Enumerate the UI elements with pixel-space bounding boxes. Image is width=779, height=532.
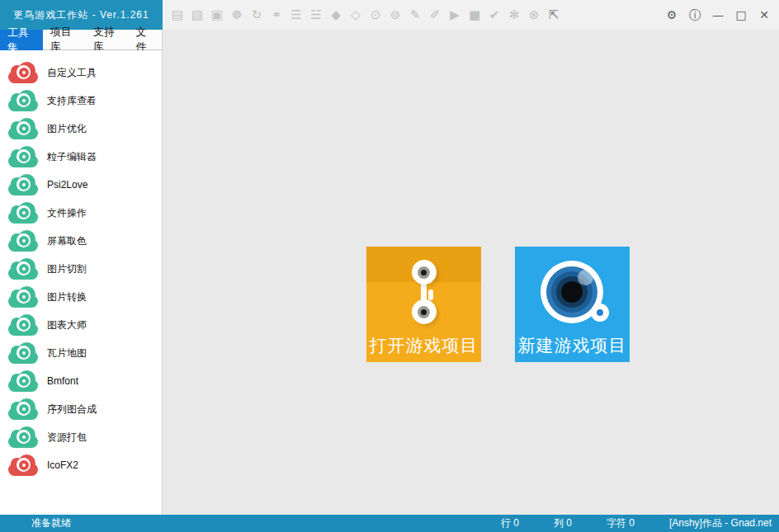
sidebar-item-bmfont[interactable]: Bmfont (0, 367, 162, 395)
sidebar-item-label: 图片优化 (47, 122, 87, 136)
cloud-tool-icon (7, 144, 39, 169)
run-icon[interactable]: ▶ (445, 0, 465, 30)
tab-project-library[interactable]: 项目库 (43, 30, 86, 49)
save-as-icon[interactable]: ▧ (187, 0, 207, 30)
sidebar-item-label: Psi2Love (47, 179, 87, 191)
status-column: 列 0 (554, 516, 572, 530)
cloud-tool-icon (7, 285, 39, 309)
sidebar-item-resource-pack[interactable]: 资源打包 (0, 423, 162, 451)
toolbar-icons: ▤ ▧ ▣ ☸ ↻ ⚭ ☰ ☱ ◆ ◇ ⊙ ⊚ ✎ ✐ ▶ ■ ✔ ✻ ⊗ ⇱ (168, 0, 564, 30)
cloud-tool-icon (7, 341, 39, 365)
tags-icon[interactable]: ◇ (346, 0, 366, 30)
sidebar-item-image-slice[interactable]: 图片切割 (0, 255, 162, 283)
clean-icon[interactable]: ✻ (504, 0, 524, 30)
cloud-tool-icon (7, 397, 39, 421)
power-icon[interactable]: ⊙ (366, 0, 385, 30)
sidebar-item-screen-color[interactable]: 屏幕取色 (0, 227, 162, 255)
open-project-label: 打开游戏项目 (366, 334, 481, 357)
sidebar-item-image-convert[interactable]: 图片转换 (0, 283, 162, 311)
bars-descending-icon[interactable]: ☱ (306, 0, 326, 30)
sidebar-item-file-ops[interactable]: 文件操作 (0, 199, 162, 227)
sidebar-item-label: 图片转换 (47, 290, 87, 304)
sidebar-item-label: 图表大师 (47, 318, 87, 332)
lens-satellite-dot (591, 304, 609, 322)
sidebar-item-label: 文件操作 (47, 206, 87, 220)
cloud-tool-icon (7, 88, 39, 113)
bars-ascending-icon[interactable]: ☰ (286, 0, 306, 30)
cloud-tool-icon (7, 313, 39, 337)
status-ready-text: 准备就绪 (31, 516, 71, 530)
tag-icon[interactable]: ◆ (326, 0, 346, 30)
sidebar-item-label: Bmfont (47, 375, 78, 387)
cloud-tool-icon (7, 228, 39, 253)
sidebar-item-label: 支持库查看 (47, 94, 97, 108)
minimize-button[interactable]: — (709, 0, 727, 30)
cloud-tool-icon (7, 60, 39, 85)
info-icon[interactable]: ⓘ (686, 0, 704, 30)
sidebar-item-icofx2[interactable]: IcoFX2 (0, 451, 162, 479)
new-project-label: 新建游戏项目 (515, 334, 630, 357)
cloud-tool-icon (7, 425, 39, 450)
open-project-tile[interactable]: 打开游戏项目 (366, 247, 481, 362)
sidebar-item-label: 序列图合成 (47, 403, 97, 417)
pen-icon[interactable]: ✐ (425, 0, 445, 30)
sidebar-item-custom-tools[interactable]: 自定义工具 (0, 59, 162, 87)
helm-icon[interactable]: ☸ (227, 0, 247, 30)
window-controls: ⚙ ⓘ — □ ✕ (658, 0, 773, 30)
pencil-icon[interactable]: ✎ (405, 0, 425, 30)
settings-gear-icon[interactable]: ⚙ (663, 0, 681, 30)
cloud-tool-icon (7, 116, 39, 141)
status-bar: 准备就绪 行 0 列 0 字符 0 [Anshy]作品 - Gnad.net (0, 515, 779, 532)
sidebar-item-label: 粒子编辑器 (47, 150, 97, 164)
save-icon[interactable]: ▤ (168, 0, 187, 30)
main-workspace: 打开游戏项目 新建游戏项目 (163, 30, 779, 515)
sidebar-item-chart-master[interactable]: 图表大师 (0, 311, 162, 339)
toolbar: ▤ ▧ ▣ ☸ ↻ ⚭ ☰ ☱ ◆ ◇ ⊙ ⊚ ✎ ✐ ▶ ■ ✔ ✻ ⊗ ⇱ … (163, 0, 779, 30)
sidebar-item-sequence-compose[interactable]: 序列图合成 (0, 395, 162, 423)
new-project-tile[interactable]: 新建游戏项目 (515, 247, 630, 362)
cloud-tool-icon (7, 172, 39, 197)
tab-support-library[interactable]: 支持库 (86, 30, 129, 49)
export-icon[interactable]: ⇱ (544, 0, 564, 30)
sidebar-item-label: 自定义工具 (47, 66, 97, 80)
status-chars: 字符 0 (607, 516, 635, 530)
cloud-tool-icon (7, 200, 39, 225)
cloud-tool-icon (7, 369, 39, 393)
close-button[interactable]: ✕ (755, 0, 773, 30)
project-image-icon[interactable]: ▣ (207, 0, 227, 30)
sidebar-item-label: 资源打包 (47, 431, 87, 445)
sidebar-tabs: 工具集 项目库 支持库 文件 (0, 30, 163, 50)
refresh-icon[interactable]: ↻ (247, 0, 267, 30)
maximize-button[interactable]: □ (732, 0, 750, 30)
sidebar-item-tile-map[interactable]: 瓦片地图 (0, 339, 162, 367)
sidebar-item-label: 瓦片地图 (47, 346, 87, 360)
sidebar-item-label: 屏幕取色 (47, 234, 87, 248)
status-credit: [Anshy]作品 - Gnad.net (669, 516, 772, 530)
sidebar: 自定义工具 支持库查看 图片优化 粒子编辑器 Psi2Love 文件操作 屏幕取… (0, 50, 163, 515)
tab-file[interactable]: 文件 (128, 30, 162, 49)
cloud-tool-icon (7, 453, 39, 478)
stop-icon[interactable]: ■ (465, 0, 484, 30)
binder-rings-icon (408, 260, 441, 324)
app-title: 更鸟游戏工作站 - Ver.1.261 (13, 8, 149, 22)
sidebar-item-particle-editor[interactable]: 粒子编辑器 (0, 143, 162, 171)
check-badge-icon[interactable]: ✔ (484, 0, 504, 30)
tab-toolset[interactable]: 工具集 (0, 30, 43, 50)
sidebar-item-psi2love[interactable]: Psi2Love (0, 171, 162, 199)
close-circle-icon[interactable]: ⊗ (524, 0, 544, 30)
sidebar-item-label: 图片切割 (47, 262, 87, 276)
sidebar-item-label: IcoFX2 (47, 459, 78, 471)
sidebar-item-image-optimize[interactable]: 图片优化 (0, 115, 162, 143)
status-line: 行 0 (501, 516, 519, 530)
cloud-tool-icon (7, 257, 39, 281)
status-right-group: 行 0 列 0 字符 0 [Anshy]作品 - Gnad.net (466, 516, 772, 530)
standby-icon[interactable]: ⊚ (385, 0, 405, 30)
binoculars-icon[interactable]: ⚭ (267, 0, 286, 30)
sidebar-item-support-viewer[interactable]: 支持库查看 (0, 87, 162, 115)
